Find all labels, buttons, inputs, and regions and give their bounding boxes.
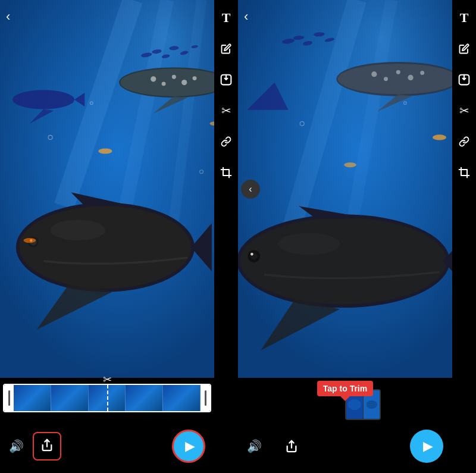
- text-tool-1[interactable]: T: [217, 9, 235, 27]
- bottom-area-1: ✂ 🔊: [0, 378, 214, 473]
- pencil-tool-2[interactable]: [455, 40, 473, 58]
- timeline-thumb-1: [14, 385, 51, 411]
- action-bar-2: 🔊 ▶: [238, 419, 452, 473]
- timeline-bar-1[interactable]: [3, 384, 211, 412]
- scissors-tool-2[interactable]: ✂: [455, 102, 473, 120]
- link-tool-2[interactable]: [455, 133, 473, 151]
- play-icon-1: ▶: [185, 438, 195, 454]
- video-frame-1: [0, 0, 238, 378]
- timeline-thumb-5: [163, 385, 201, 411]
- svg-point-51: [371, 71, 377, 77]
- svg-point-61: [278, 233, 340, 255]
- svg-point-24: [20, 206, 192, 289]
- tap-to-trim-tooltip[interactable]: Tap to Trim: [317, 381, 373, 396]
- panel-1: ‹: [0, 0, 238, 473]
- svg-point-73: [348, 399, 361, 410]
- share-button-2[interactable]: [280, 434, 303, 458]
- text-tool-2[interactable]: T: [455, 9, 473, 27]
- back-button-2[interactable]: ‹: [244, 9, 248, 24]
- timeline-1: ✂: [3, 384, 211, 419]
- bottom-area-2: Tap to Trim: [238, 378, 452, 473]
- timeline-handle-right[interactable]: [201, 385, 210, 411]
- pencil-tool-1[interactable]: [217, 40, 235, 58]
- share-icon-1: [40, 438, 54, 455]
- crop-tool-2[interactable]: [455, 164, 473, 181]
- play-button-2[interactable]: ▶: [410, 430, 443, 463]
- svg-point-12: [120, 68, 227, 96]
- svg-point-37: [24, 238, 36, 243]
- timeline-handle-left[interactable]: [4, 385, 14, 411]
- volume-icon-2[interactable]: 🔊: [247, 439, 262, 453]
- svg-point-55: [420, 71, 424, 75]
- svg-point-13: [151, 76, 156, 82]
- svg-point-69: [344, 162, 356, 167]
- chevron-left-button[interactable]: ‹: [241, 180, 260, 199]
- sticker-tool-2[interactable]: [455, 71, 473, 89]
- timeline-thumb-2: [51, 385, 89, 411]
- svg-point-17: [193, 76, 197, 80]
- action-bar-1: 🔊 ▶: [0, 419, 214, 473]
- scissors-tool-1[interactable]: ✂: [217, 102, 235, 120]
- toolbar-2: T ✂: [452, 0, 476, 473]
- back-button-1[interactable]: ‹: [6, 9, 10, 24]
- link-tool-1[interactable]: [217, 133, 235, 151]
- svg-point-15: [172, 75, 176, 79]
- svg-point-35: [98, 148, 112, 154]
- crop-tool-1[interactable]: [217, 164, 235, 181]
- svg-point-60: [240, 218, 446, 304]
- svg-point-52: [384, 77, 388, 81]
- timeline-position-line: [107, 385, 108, 411]
- panel-2: ‹: [238, 0, 476, 473]
- svg-point-16: [181, 80, 187, 85]
- svg-point-64: [250, 253, 253, 256]
- svg-point-20: [12, 90, 74, 109]
- svg-point-25: [51, 220, 105, 240]
- share-button-1[interactable]: [33, 432, 61, 461]
- toolbar-1: T ✂: [214, 0, 238, 473]
- timeline-thumbnails: [14, 385, 201, 411]
- play-icon-2: ▶: [423, 438, 433, 454]
- sticker-tool-1[interactable]: [217, 71, 235, 89]
- svg-point-50: [338, 64, 459, 94]
- svg-point-68: [433, 134, 446, 140]
- svg-point-53: [396, 70, 400, 74]
- svg-point-14: [162, 82, 166, 86]
- svg-point-54: [408, 75, 413, 80]
- svg-point-75: [366, 400, 377, 409]
- timeline-thumb-4: [126, 385, 163, 411]
- volume-icon-1[interactable]: 🔊: [9, 439, 24, 453]
- play-button-1[interactable]: ▶: [172, 430, 205, 463]
- video-frame-2: ‹: [238, 0, 476, 378]
